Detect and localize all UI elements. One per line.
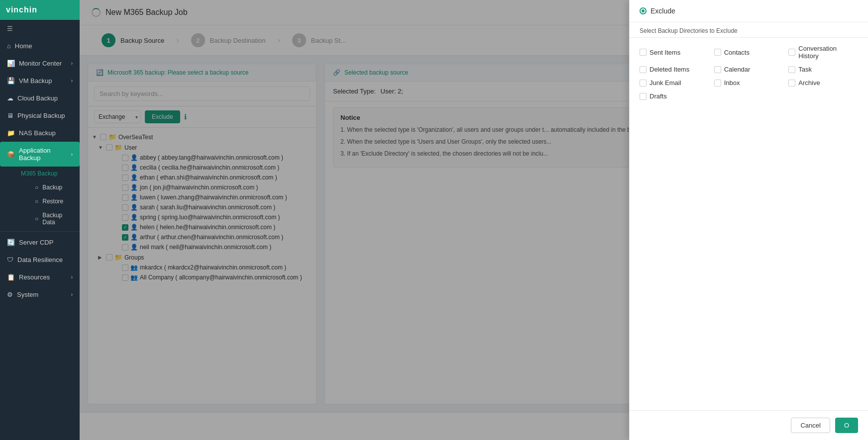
exclude-radio-icon	[640, 7, 647, 14]
cb-deleted-items[interactable]: Deleted Items	[640, 66, 709, 73]
monitor-arrow: ›	[71, 61, 73, 66]
cb-archive-box[interactable]	[788, 80, 795, 87]
cb-junk-email[interactable]: Junk Email	[640, 79, 709, 87]
app-backup-arrow: ›	[71, 152, 73, 157]
sidebar-item-resources[interactable]: 📋 Resources ›	[0, 268, 80, 286]
cb-inbox-label: Inbox	[724, 79, 740, 87]
exclude-panel-footer: Cancel O	[630, 410, 868, 440]
resilience-icon: 🛡	[7, 256, 13, 264]
cb-contacts-label: Contacts	[724, 49, 750, 56]
sidebar-item-data-resilience[interactable]: 🛡 Data Resilience	[0, 251, 80, 268]
nas-icon: 📁	[7, 129, 15, 137]
cb-inbox[interactable]: Inbox	[714, 79, 784, 87]
sidebar-item-application-backup[interactable]: 📦 Application Backup ›	[0, 142, 80, 167]
cb-sent-items[interactable]: Sent Items	[640, 45, 709, 60]
cb-inbox-box[interactable]	[714, 80, 721, 87]
cb-contacts-box[interactable]	[714, 49, 721, 56]
dot-icon-3: ○	[35, 215, 38, 222]
cb-task[interactable]: Task	[788, 66, 858, 73]
cb-drafts-label: Drafts	[650, 92, 667, 100]
cloud-icon: ☁	[7, 94, 13, 102]
monitor-icon: 📊	[7, 60, 15, 67]
exclude-checkbox-grid: Sent Items Contacts Conversation History…	[630, 38, 868, 107]
app-logo: vinchin	[0, 0, 80, 20]
vm-arrow: ›	[71, 78, 73, 84]
cb-task-box[interactable]	[788, 66, 795, 73]
resources-icon: 📋	[7, 273, 15, 281]
divider-1	[0, 231, 80, 232]
exclude-panel-subtitle: Select Backup Directories to Exclude	[630, 22, 868, 38]
exclude-panel-title: Exclude	[651, 7, 675, 15]
cdp-icon: 🔄	[7, 239, 15, 246]
resources-arrow: ›	[71, 274, 73, 280]
sidebar-item-monitor[interactable]: 📊 Monitor Center ›	[0, 55, 80, 72]
dot-icon: ○	[35, 184, 38, 191]
system-icon: ⚙	[7, 291, 13, 298]
menu-toggle[interactable]: ☰	[0, 20, 80, 37]
cb-archive[interactable]: Archive	[788, 79, 858, 87]
cb-calendar-box[interactable]	[714, 66, 721, 73]
sidebar-item-physical-backup[interactable]: 🖥 Physical Backup	[0, 107, 80, 124]
cb-conversation-box[interactable]	[788, 49, 795, 56]
sidebar-item-vm-backup[interactable]: 💾 VM Backup ›	[0, 72, 80, 89]
cb-drafts[interactable]: Drafts	[640, 92, 709, 100]
exclude-panel: Exclude Select Backup Directories to Exc…	[629, 0, 868, 440]
home-icon: ⌂	[7, 42, 11, 50]
cb-conversation-history[interactable]: Conversation History	[788, 45, 858, 60]
m365-sub-submenu: ○ Backup ○ Restore ○ Backup Data	[14, 180, 80, 229]
vm-icon: 💾	[7, 77, 15, 85]
cb-conversation-label: Conversation History	[798, 45, 858, 60]
cb-sent-items-box[interactable]	[640, 49, 647, 56]
main-content: New M365 Backup Job 1 Backup Source › 2 …	[80, 0, 868, 440]
sidebar-item-nas-backup[interactable]: 📁 NAS Backup	[0, 124, 80, 142]
sidebar-item-restore[interactable]: ○ Restore	[28, 194, 80, 208]
cb-contacts[interactable]: Contacts	[714, 45, 784, 60]
cb-deleted-label: Deleted Items	[650, 66, 689, 73]
sidebar-item-backup[interactable]: ○ Backup	[28, 180, 80, 194]
cb-drafts-box[interactable]	[640, 93, 647, 100]
cb-calendar-label: Calendar	[724, 66, 751, 73]
sidebar-item-m365[interactable]: M365 Backup	[14, 167, 80, 180]
cb-task-label: Task	[798, 66, 812, 73]
system-arrow: ›	[71, 292, 73, 297]
dot-icon-2: ○	[35, 198, 38, 205]
confirm-button[interactable]: O	[835, 418, 858, 433]
cb-deleted-box[interactable]	[640, 66, 647, 73]
m365-submenu: M365 Backup ○ Backup ○ Restore ○ Backup …	[0, 167, 80, 229]
cb-archive-label: Archive	[798, 79, 820, 87]
cb-junk-box[interactable]	[640, 80, 647, 87]
sidebar-item-system[interactable]: ⚙ System ›	[0, 286, 80, 303]
sidebar-item-backup-data[interactable]: ○ Backup Data	[28, 208, 80, 229]
sidebar-item-home[interactable]: ⌂ Home	[0, 37, 80, 55]
sidebar-item-server-cdp[interactable]: 🔄 Server CDP	[0, 234, 80, 251]
sidebar: vinchin ☰ ⌂ Home 📊 Monitor Center › 💾 VM…	[0, 0, 80, 440]
cb-sent-items-label: Sent Items	[650, 49, 680, 56]
exclude-panel-header: Exclude	[630, 0, 868, 22]
cb-calendar[interactable]: Calendar	[714, 66, 784, 73]
app-backup-icon: 📦	[7, 151, 15, 158]
cancel-button[interactable]: Cancel	[791, 418, 830, 433]
cb-junk-label: Junk Email	[650, 79, 681, 87]
sidebar-item-cloud-backup[interactable]: ☁ Cloud Backup	[0, 89, 80, 107]
physical-icon: 🖥	[7, 112, 13, 119]
